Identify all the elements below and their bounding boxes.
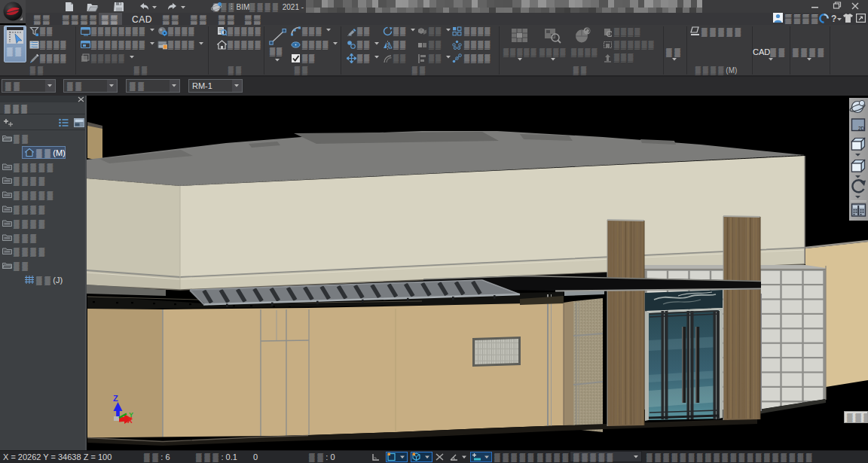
svg-text:2D: 2D (858, 126, 865, 131)
svg-text:Z: Z (113, 394, 118, 403)
svg-text:Y: Y (129, 411, 133, 419)
